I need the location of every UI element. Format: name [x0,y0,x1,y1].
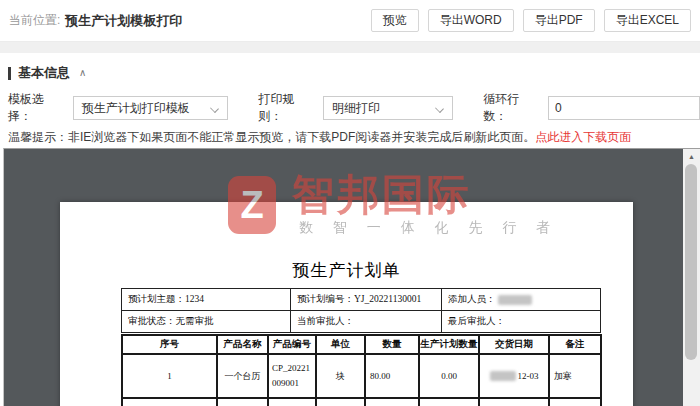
template-select-value: 预生产计划打印模板 [82,100,190,117]
col-delivery-date: 交货日期 [479,335,549,354]
rule-select-value: 明细打印 [332,100,380,117]
cell-product-code: CP_20221009001 [268,354,316,398]
print-options-row: 模板选择： 预生产计划打印模板 打印规则： 明细打印 循环行数： [8,96,700,120]
location-label: 当前位置: [9,12,60,29]
table-row: 预计划主题：1234 预计划编号：YJ_20221130001 添加人员： [122,289,601,311]
chevron-down-icon [436,104,444,112]
browser-notice: 温馨提示：非IE浏览器下如果页面不能正常显示预览，请下载PDF阅读器并安装完成后… [8,129,700,144]
page-title: 预生产计划模板打印 [65,12,182,30]
plan-detail-table: 序号 产品名称 产品编号 单位 数量 生产计划数量 交货日期 备注 1 一个台历… [121,334,602,406]
table-row: 1 一个台历 CP_20221009001 块 80.00 0.00 12-03… [122,354,601,398]
table-row-partial [122,398,601,406]
cell-delivery-date: 12-03 [479,354,549,398]
cell-plan-qty: 0.00 [419,354,479,398]
scrollbar-thumb[interactable] [685,164,697,360]
loop-rows-input[interactable] [548,96,700,120]
detail-header-row: 序号 产品名称 产品编号 单位 数量 生产计划数量 交货日期 备注 [122,335,601,354]
col-product-name: 产品名称 [217,335,268,354]
loop-rows-label: 循环行数： [483,91,540,125]
current-approver-cell: 当前审批人： [291,311,442,333]
table-row: 审批状态：无需审批 当前审批人： 最后审批人： [122,311,601,333]
template-select[interactable]: 预生产计划打印模板 [73,96,229,120]
triangle-up-icon[interactable]: ▲ [683,149,700,164]
top-bar: 当前位置: 预生产计划模板打印 预览 导出WORD 导出PDF 导出EXCEL [0,0,700,42]
export-excel-button[interactable]: 导出EXCEL [604,9,691,32]
basic-info-section-header[interactable]: 基本信息 ∧ [8,65,700,81]
col-note: 备注 [549,335,601,354]
download-page-link[interactable]: 点此进入下载页面 [535,130,631,144]
added-by-cell: 添加人员： [442,289,601,311]
redacted-date-prefix [490,371,516,381]
print-rule-select[interactable]: 明细打印 [323,96,453,120]
last-approver-cell: 最后审批人： [442,311,601,333]
template-select-label: 模板选择： [8,91,65,125]
cell-seq: 1 [122,354,217,398]
col-plan-qty: 生产计划数量 [419,335,479,354]
rule-select-label: 打印规则： [258,91,315,125]
action-buttons: 预览 导出WORD 导出PDF 导出EXCEL [371,9,691,32]
section-accent-bar [8,67,11,80]
plan-subject-cell: 预计划主题：1234 [122,289,291,311]
export-pdf-button[interactable]: 导出PDF [523,9,595,32]
chevron-up-icon[interactable]: ∧ [79,68,86,78]
cell-product-name: 一个台历 [217,354,268,398]
export-word-button[interactable]: 导出WORD [428,9,514,32]
notice-text: 温馨提示：非IE浏览器下如果页面不能正常显示预览，请下载PDF阅读器并安装完成后… [8,130,535,144]
viewer-scrollbar[interactable]: ▲ [683,149,700,406]
document-page: 预生产计划单 预计划主题：1234 预计划编号：YJ_20221130001 添… [60,202,633,406]
col-seq: 序号 [122,335,217,354]
redacted-person-value [498,295,532,305]
cell-note: 加寒 [549,354,601,398]
divider-strip [0,42,700,53]
pdf-preview-viewer: 预生产计划单 预计划主题：1234 预计划编号：YJ_20221130001 添… [3,148,700,406]
chevron-down-icon [211,104,219,112]
cell-unit: 块 [316,354,365,398]
col-product-code: 产品编号 [268,335,316,354]
cell-qty: 80.00 [365,354,419,398]
plan-info-table: 预计划主题：1234 预计划编号：YJ_20221130001 添加人员： 审批… [121,288,601,333]
breadcrumb: 当前位置: 预生产计划模板打印 [9,12,182,30]
approval-status-cell: 审批状态：无需审批 [122,311,291,333]
col-unit: 单位 [316,335,365,354]
col-qty: 数量 [365,335,419,354]
document-title: 预生产计划单 [60,259,633,282]
preview-button[interactable]: 预览 [371,9,419,32]
plan-number-cell: 预计划编号：YJ_20221130001 [291,289,442,311]
section-title: 基本信息 [18,64,70,82]
